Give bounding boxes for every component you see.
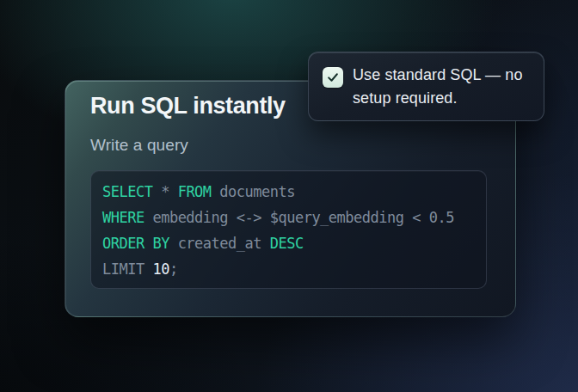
code-token-keyword: ORDER BY: [102, 235, 169, 252]
code-token-plain: embedding <-> $query_embedding < 0.5: [144, 209, 454, 226]
code-line: WHERE embedding <-> $query_embedding < 0…: [102, 205, 476, 230]
code-token-keyword: DESC: [270, 235, 304, 252]
standard-sql-checkbox[interactable]: [323, 67, 343, 88]
standard-sql-tooltip: Use standard SQL — no setup required.: [308, 52, 544, 121]
code-token-keyword: FROM: [178, 183, 212, 200]
code-token-plain: documents: [212, 183, 295, 200]
code-line: ORDER BY created_at DESC: [102, 230, 476, 256]
code-token-number: 10: [152, 260, 169, 278]
code-token-plain: ;: [169, 260, 178, 278]
code-token-plain: *: [152, 183, 177, 200]
code-token-plain: created_at: [169, 235, 270, 252]
code-token-keyword: WHERE: [102, 209, 144, 226]
checkmark-icon: [325, 70, 341, 85]
card-title: Run SQL instantly: [90, 93, 286, 119]
sql-code-block[interactable]: SELECT * FROM documentsWHERE embedding <…: [90, 170, 487, 289]
sql-code: SELECT * FROM documentsWHERE embedding <…: [102, 179, 476, 282]
tooltip-label: Use standard SQL — no setup required.: [353, 64, 523, 110]
background: Run SQL instantly Write a query SELECT *…: [0, 0, 578, 392]
code-line: SELECT * FROM documents: [102, 179, 476, 205]
card-subtitle: Write a query: [90, 136, 188, 155]
code-line: LIMIT 10;: [102, 256, 476, 282]
code-token-keyword: SELECT: [102, 183, 152, 200]
code-token-plain: LIMIT: [102, 260, 152, 278]
